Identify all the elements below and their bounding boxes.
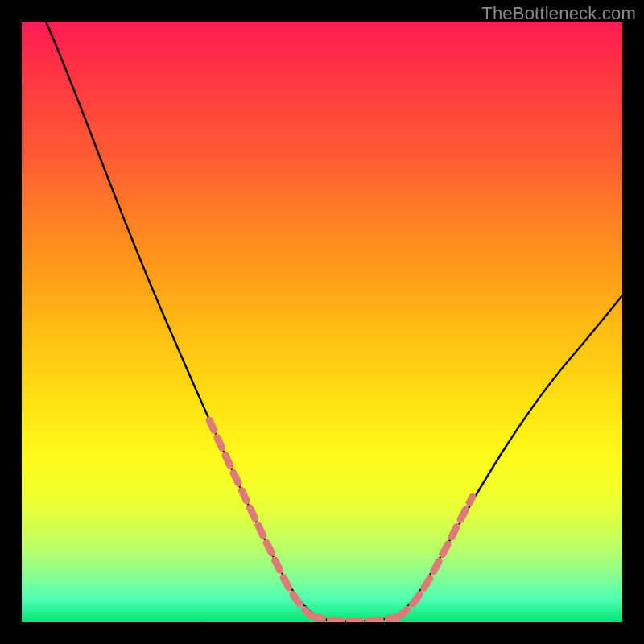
watermark-text: TheBottleneck.com — [481, 3, 636, 24]
chart-svg — [22, 22, 622, 622]
highlight-beads-right — [398, 497, 473, 617]
curve-right-branch — [394, 295, 622, 617]
curve-left-branch — [46, 22, 324, 619]
outer-frame: TheBottleneck.com — [0, 0, 644, 644]
highlight-beads-floor — [312, 616, 398, 621]
chart-plot-area — [22, 22, 622, 622]
highlight-beads-left — [209, 420, 312, 616]
